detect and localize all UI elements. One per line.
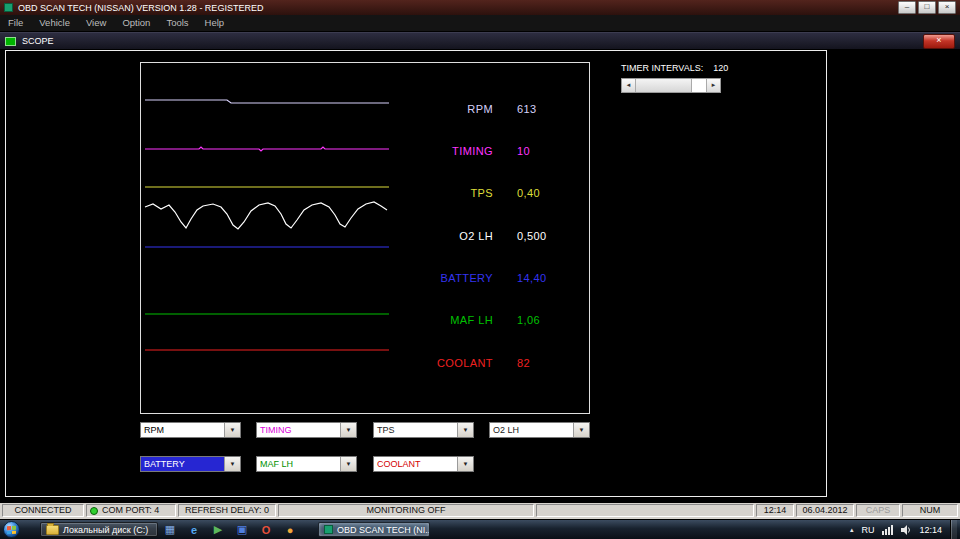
channel-value-maflh: 1,06 (517, 313, 587, 328)
obd-app-icon (324, 525, 333, 534)
network-icon[interactable] (882, 525, 893, 535)
menu-bar: File Vehicle View Option Tools Help (0, 15, 960, 32)
status-monitoring: MONITORING OFF (278, 504, 534, 517)
timer-intervals-label: TIMER INTERVALS: (621, 63, 703, 73)
channel-value-tps: 0,40 (517, 186, 587, 201)
timer-intervals-value: 120 (713, 63, 728, 73)
channel-value-rpm: 613 (517, 102, 587, 117)
channel-select-4[interactable]: O2 LH ▼ (489, 422, 590, 438)
window-title: OBD SCAN TECH (NISSAN) VERSION 1.28 - RE… (18, 3, 263, 13)
trace-o2 (145, 202, 387, 229)
start-button[interactable] (3, 521, 20, 538)
close-button[interactable]: × (938, 1, 956, 14)
menu-help[interactable]: Help (197, 15, 233, 31)
status-spacer (536, 504, 754, 517)
scrollbar-thumb[interactable] (636, 79, 692, 92)
channel-select-5-value: BATTERY (141, 457, 224, 471)
desktop: OBD SCAN TECH (NISSAN) VERSION 1.28 - RE… (0, 0, 960, 539)
taskbar-pinned-icon-5[interactable]: O (256, 522, 276, 537)
timer-intervals-scrollbar[interactable]: ◄ ► (621, 78, 721, 93)
channel-select-2[interactable]: TIMING ▼ (256, 422, 357, 438)
language-indicator[interactable]: RU (861, 525, 874, 535)
scope-plot: RPM 613 TIMING 10 TPS 0,40 O2 LH 0,500 B… (140, 62, 590, 414)
window-title-bar: OBD SCAN TECH (NISSAN) VERSION 1.28 - RE… (0, 0, 960, 15)
scroll-right-icon[interactable]: ► (706, 79, 720, 92)
status-connection: CONNECTED (2, 504, 84, 517)
taskbar: Локальный диск (C:) ▦ e ▶ ▣ O ● OBD SCAN… (0, 519, 960, 539)
channel-select-3[interactable]: TPS ▼ (373, 422, 474, 438)
taskbar-pinned-icon-2[interactable]: e (184, 522, 204, 537)
channel-label-timing: TIMING (351, 144, 493, 159)
taskbar-pinned-icon-6[interactable]: ● (280, 522, 300, 537)
status-time: 12:14 (756, 504, 794, 517)
scope-window-title: SCOPE (22, 36, 54, 46)
channel-label-battery: BATTERY (351, 271, 493, 286)
channel-value-o2lh: 0,500 (517, 229, 587, 244)
maximize-button[interactable]: □ (918, 1, 936, 14)
taskbar-window-obd-scan-tech[interactable]: OBD SCAN TECH (NI... (318, 522, 430, 537)
channel-value-coolant: 82 (517, 356, 587, 371)
chevron-down-icon[interactable]: ▼ (457, 457, 473, 471)
taskbar-pinned-icon-3[interactable]: ▶ (208, 522, 228, 537)
status-com-port-text: COM PORT: 4 (102, 505, 159, 516)
channel-select-7-value: COOLANT (374, 457, 457, 471)
windows-logo-icon (7, 525, 16, 534)
chevron-down-icon[interactable]: ▼ (457, 423, 473, 437)
status-date: 06.04.2012 (796, 504, 854, 517)
channel-value-battery: 14,40 (517, 271, 587, 286)
menu-option[interactable]: Option (114, 15, 158, 31)
scope-window-icon (5, 37, 16, 46)
channel-label-tps: TPS (351, 186, 493, 201)
chevron-down-icon[interactable]: ▼ (224, 423, 240, 437)
taskbar-pinned-icon-4[interactable]: ▣ (232, 522, 252, 537)
taskbar-window-explorer-label: Локальный диск (C:) (63, 525, 148, 535)
channel-select-6[interactable]: MAF LH ▼ (256, 456, 357, 472)
channel-label-coolant: COOLANT (351, 356, 493, 371)
status-com-port: COM PORT: 4 (86, 504, 176, 517)
status-num: NUM (902, 504, 958, 517)
speaker-icon[interactable] (901, 525, 911, 535)
channel-select-3-value: TPS (374, 423, 457, 437)
channel-label-maflh: MAF LH (351, 313, 493, 328)
chevron-down-icon[interactable]: ▼ (340, 457, 356, 471)
channel-select-5[interactable]: BATTERY ▼ (140, 456, 241, 472)
channel-value-timing: 10 (517, 144, 587, 159)
window-controls: – □ × (898, 1, 960, 14)
channel-select-2-value: TIMING (257, 423, 340, 437)
menu-view[interactable]: View (78, 15, 114, 31)
chevron-down-icon[interactable]: ▼ (573, 423, 589, 437)
show-desktop-button[interactable] (950, 520, 957, 539)
channel-select-7[interactable]: COOLANT ▼ (373, 456, 474, 472)
menu-vehicle[interactable]: Vehicle (31, 15, 78, 31)
tray-expand-icon[interactable]: ▴ (850, 526, 854, 534)
channel-label-rpm: RPM (351, 102, 493, 117)
status-caps: CAPS (856, 504, 900, 517)
scope-close-button[interactable]: × (923, 34, 955, 49)
scope-window-title-bar: SCOPE × (0, 32, 960, 49)
status-refresh-delay: REFRESH DELAY: 0 (178, 504, 276, 517)
menu-tools[interactable]: Tools (158, 15, 196, 31)
minimize-button[interactable]: – (898, 1, 916, 14)
chevron-down-icon[interactable]: ▼ (340, 423, 356, 437)
chevron-down-icon[interactable]: ▼ (224, 457, 240, 471)
channel-select-4-value: O2 LH (490, 423, 573, 437)
status-bar: CONNECTED COM PORT: 4 REFRESH DELAY: 0 M… (0, 503, 960, 519)
scope-panel: RPM 613 TIMING 10 TPS 0,40 O2 LH 0,500 B… (5, 50, 827, 497)
scroll-left-icon[interactable]: ◄ (622, 79, 636, 92)
channel-select-1[interactable]: RPM ▼ (140, 422, 241, 438)
connection-led-icon (90, 507, 98, 515)
taskbar-window-explorer[interactable]: Локальный диск (C:) (40, 522, 158, 537)
taskbar-pinned-icon-1[interactable]: ▦ (160, 522, 180, 537)
folder-icon (46, 525, 59, 535)
taskbar-clock[interactable]: 12:14 (919, 525, 942, 535)
channel-label-o2lh: O2 LH (351, 229, 493, 244)
channel-select-6-value: MAF LH (257, 457, 340, 471)
menu-file[interactable]: File (0, 15, 31, 31)
timer-intervals: TIMER INTERVALS: 120 (621, 63, 728, 73)
system-tray: ▴ RU 12:14 (850, 520, 960, 539)
channel-select-1-value: RPM (141, 423, 224, 437)
app-icon (4, 3, 13, 12)
taskbar-window-obd-label: OBD SCAN TECH (NI... (337, 525, 430, 535)
taskbar-pinned-icons: ▦ e ▶ ▣ O ● (160, 522, 300, 537)
